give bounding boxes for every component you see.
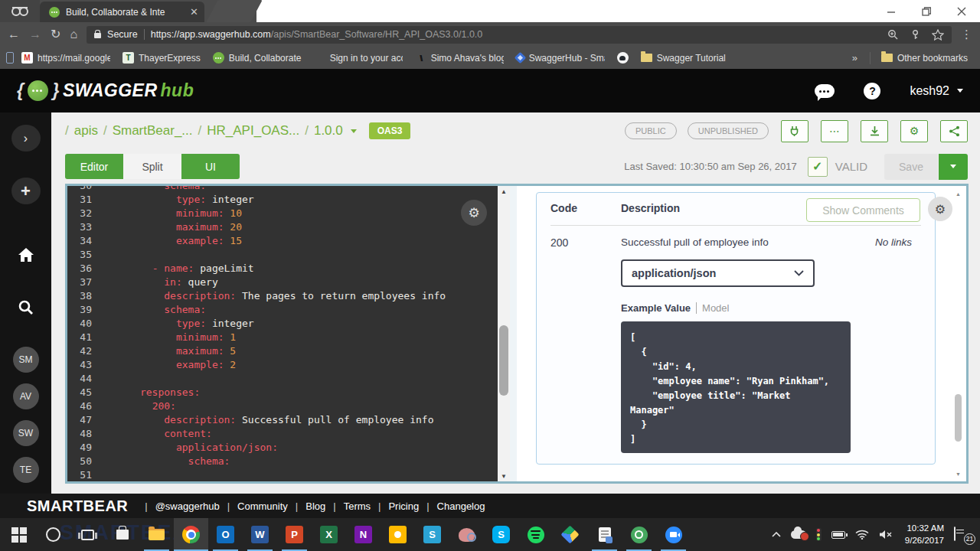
device-icon[interactable] (6, 52, 14, 64)
slack-icon[interactable]: S (415, 518, 449, 551)
footer-link[interactable]: Changelog (437, 500, 485, 512)
user-menu[interactable]: kesh92 (910, 84, 963, 98)
volume-muted-icon[interactable] (879, 530, 892, 540)
editor-settings-icon[interactable]: ⚙ (461, 200, 487, 226)
swaggerhub-logo[interactable]: { } SWAGGER hub (17, 80, 194, 101)
store-icon[interactable] (105, 518, 139, 551)
zoom-icon[interactable] (887, 29, 899, 41)
org-avatar-sw[interactable]: SW (13, 420, 39, 446)
code-line[interactable]: 36 - name: pageLimit (67, 262, 498, 276)
bookmark-item[interactable] (611, 52, 635, 64)
code-line[interactable]: 30 schema: (67, 186, 498, 193)
media-type-select[interactable]: application/json (621, 259, 815, 287)
help-icon[interactable]: ? (864, 83, 880, 99)
code-line[interactable]: 50 schema: (67, 455, 498, 468)
task-view-icon[interactable] (70, 518, 105, 551)
tab-close-icon[interactable]: ✕ (190, 7, 198, 17)
key-icon[interactable] (910, 29, 921, 41)
bookmark-item[interactable]: \\Simo Ahava's blog - (409, 52, 510, 64)
onedrive-error-icon[interactable] (791, 530, 806, 539)
window-restore-button[interactable] (922, 7, 931, 16)
example-json-block[interactable]: [ { "id": 4, "employee name": "Ryan Pink… (621, 321, 851, 453)
bookmark-item[interactable]: Mhttps://mail.google.c (15, 52, 116, 64)
code-line[interactable]: 41 minimum: 1 (67, 331, 498, 344)
footer-link[interactable]: Community (237, 500, 288, 512)
org-avatar-av[interactable]: AV (13, 383, 39, 409)
tab-model[interactable]: Model (702, 302, 729, 314)
org-avatar-sm[interactable]: SM (13, 347, 39, 373)
tab-example-value[interactable]: Example Value (621, 302, 691, 314)
footer-link[interactable]: @swaggerhub (155, 500, 220, 512)
snagit-icon[interactable] (449, 518, 484, 551)
home-nav-icon[interactable] (11, 241, 41, 268)
code-line[interactable]: 43 example: 2 (67, 358, 498, 372)
tab-editor[interactable]: Editor (65, 154, 123, 179)
code-line[interactable]: 46 200: (67, 399, 498, 413)
editor-scroll-thumb[interactable] (499, 325, 508, 396)
version-chevron-icon[interactable] (351, 129, 357, 133)
cortana-icon[interactable] (36, 518, 70, 551)
scroll-down-icon[interactable]: ▼ (498, 471, 510, 481)
drive-icon[interactable] (553, 518, 587, 551)
breadcrumb-item[interactable]: HR_API_OAS... (207, 123, 299, 139)
sidebar-expand-button[interactable]: › (11, 125, 41, 152)
save-button[interactable]: Save (884, 154, 938, 180)
status-lights-icon[interactable] (816, 528, 822, 541)
chrome-icon[interactable] (174, 518, 208, 551)
powerpoint-icon[interactable]: P (277, 518, 312, 551)
refresh-icon[interactable]: ↻ (51, 28, 60, 41)
browser-tab[interactable]: Build, Collaborate & Inte ✕ (40, 2, 204, 22)
url-text[interactable]: https://app.swaggerhub.com/apis/SmartBea… (151, 29, 881, 40)
file-explorer-icon[interactable] (139, 518, 174, 551)
bookmark-item[interactable]: Build, Collaborate & (207, 52, 308, 64)
smartbear-logo[interactable]: SMARTBEAR (27, 497, 128, 515)
editor-scrollbar[interactable]: ▲ ▼ (498, 186, 510, 481)
code-line[interactable]: 37 in: query (67, 276, 498, 289)
code-line[interactable]: 49 application/json: (67, 441, 498, 455)
new-tab-button[interactable] (206, 0, 262, 22)
docs-scrollbar[interactable]: ▲ ▼ (953, 189, 963, 478)
panel-settings-icon[interactable]: ⚙ (928, 197, 952, 221)
forward-icon[interactable]: → (29, 28, 41, 41)
action-center-icon[interactable]: 21 (954, 527, 972, 543)
code-line[interactable]: 39 schema: (67, 303, 498, 317)
atom-app-icon[interactable] (622, 518, 656, 551)
spotify-icon[interactable] (518, 518, 553, 551)
code-line[interactable]: 42 maximum: 5 (67, 344, 498, 358)
excel-icon[interactable]: X (312, 518, 346, 551)
code-line[interactable]: 38 description: The pages to return empl… (67, 289, 498, 303)
word-icon[interactable]: W (243, 518, 277, 551)
bookmarks-overflow-icon[interactable]: » (844, 52, 865, 64)
other-bookmarks[interactable]: Other bookmarks (875, 53, 974, 64)
bookmark-star-icon[interactable] (932, 29, 944, 41)
code-line[interactable]: 35 (67, 248, 498, 262)
window-close-button[interactable] (957, 7, 966, 16)
code-line[interactable]: 51 (67, 468, 498, 481)
code-line[interactable]: 44 (67, 372, 498, 386)
footer-link[interactable]: Blog (305, 500, 325, 512)
show-comments-button[interactable]: Show Comments (806, 198, 920, 222)
breadcrumb-item[interactable]: 1.0.0 (314, 123, 343, 139)
footer-link[interactable]: Terms (344, 500, 371, 512)
public-pill[interactable]: PUBLIC (625, 122, 677, 139)
code-line[interactable]: 34 example: 15 (67, 234, 498, 248)
breadcrumb-item[interactable]: SmartBear_... (113, 123, 193, 139)
start-button[interactable] (2, 518, 36, 551)
outlook-icon[interactable]: O (208, 518, 243, 551)
scroll-up-icon[interactable]: ▲ (498, 186, 510, 197)
back-icon[interactable]: ← (8, 28, 20, 41)
keep-icon[interactable] (381, 518, 415, 551)
code-line[interactable]: 45 responses: (67, 386, 498, 399)
window-minimize-button[interactable] (887, 7, 896, 16)
code-line[interactable]: 47 description: Successful pull of emplo… (67, 413, 498, 427)
zoom-app-icon[interactable] (656, 518, 691, 551)
tab-ui[interactable]: UI (181, 154, 240, 179)
unpublished-pill[interactable]: UNPUBLISHED (688, 122, 769, 139)
breadcrumb-item[interactable]: apis (74, 123, 98, 139)
home-icon[interactable]: ⌂ (70, 28, 77, 41)
integrations-button[interactable] (781, 120, 808, 142)
skype-icon[interactable]: S (484, 518, 518, 551)
bookmark-item[interactable]: Sign in to your accou (308, 52, 409, 64)
code-line[interactable]: 40 type: integer (67, 317, 498, 331)
settings-button[interactable]: ⚙ (900, 120, 928, 142)
